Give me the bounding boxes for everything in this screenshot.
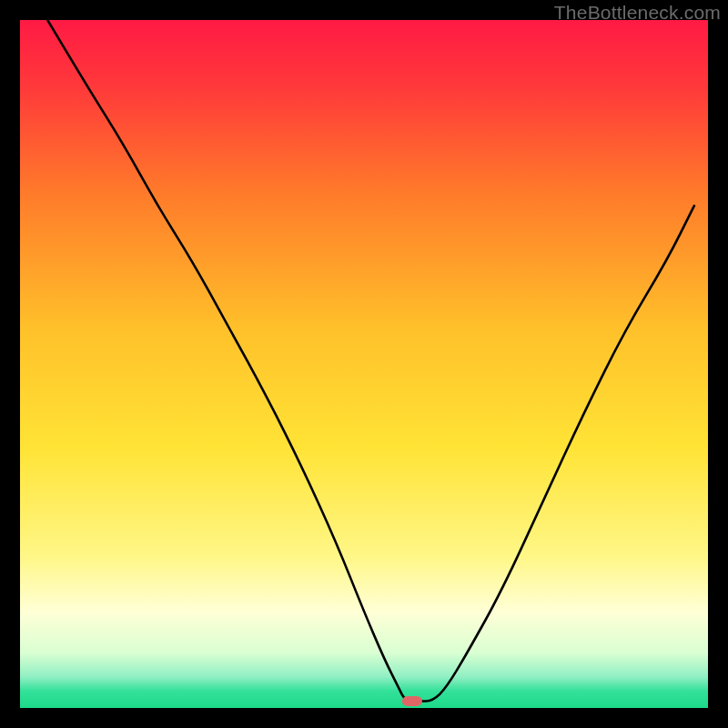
chart-container: TheBottleneck.com — [0, 0, 728, 728]
chart-background — [20, 20, 708, 708]
optimal-point-marker — [402, 696, 422, 706]
attribution-label: TheBottleneck.com — [554, 2, 721, 24]
bottleneck-chart — [0, 0, 728, 728]
